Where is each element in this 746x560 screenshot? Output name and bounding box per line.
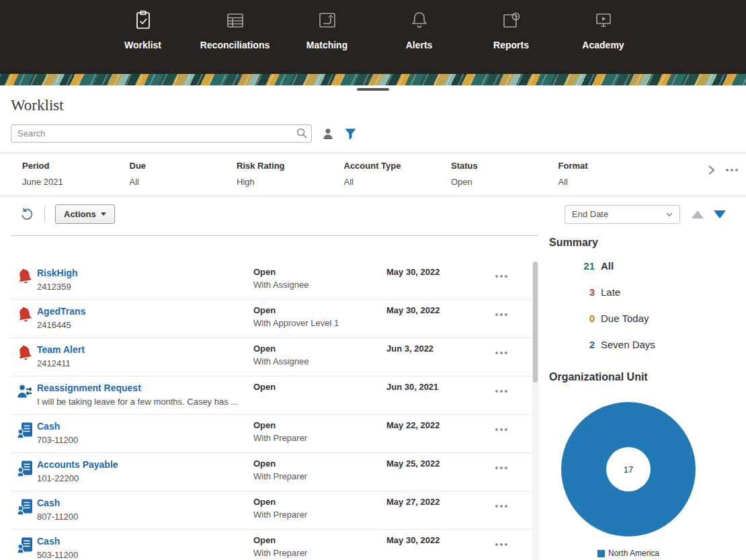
- filter-value: June 2021: [22, 177, 130, 187]
- row-title-link[interactable]: RiskHigh: [37, 268, 78, 278]
- sort-field-select[interactable]: End Date: [565, 205, 680, 224]
- actions-button[interactable]: Actions: [55, 204, 115, 224]
- matching-icon: [317, 9, 338, 31]
- search-icon[interactable]: [296, 127, 308, 139]
- row-end-date: May 22, 2022: [386, 420, 489, 430]
- summary-label: Seven Days: [601, 339, 655, 350]
- legend-label: North America: [608, 549, 659, 558]
- row-end-date: May 25, 2022: [386, 458, 489, 469]
- worklist-row[interactable]: Accounts Payable 101-22200 Open With Pre…: [11, 453, 538, 491]
- row-title-link[interactable]: Cash: [37, 497, 60, 508]
- row-subtitle: 101-22200: [37, 473, 245, 483]
- row-status: Open: [253, 535, 386, 545]
- row-end-date: May 27, 2022: [386, 497, 489, 507]
- scrollbar-thumb[interactable]: [533, 262, 538, 383]
- filter-status[interactable]: Status Open: [451, 161, 558, 187]
- filter-value: All: [130, 177, 237, 187]
- row-end-date: May 30, 2022: [386, 267, 489, 277]
- row-subtitle: 807-11200: [37, 512, 245, 522]
- summary-label: All: [601, 260, 614, 272]
- filter-label: Format: [558, 161, 666, 171]
- filter-risk-rating[interactable]: Risk Rating High: [237, 161, 344, 187]
- nav-item-academy[interactable]: Academy: [557, 0, 649, 50]
- worklist-row[interactable]: Reassignment Request I will be taking le…: [11, 376, 538, 415]
- worklist-row[interactable]: Cash 807-11200 Open With Preparer May 27…: [11, 491, 538, 530]
- row-title-link[interactable]: Team Alert: [37, 344, 85, 355]
- summary-item-due-today[interactable]: 0 Due Today: [549, 313, 735, 339]
- row-status: Open: [253, 382, 386, 392]
- row-title-link[interactable]: Cash: [37, 536, 60, 547]
- filter-format[interactable]: Format All: [558, 161, 666, 187]
- filter-value: High: [237, 177, 344, 187]
- row-end-date: May 30, 2022: [386, 535, 489, 545]
- page-title: Worklist: [11, 97, 735, 114]
- academy-icon: [593, 9, 614, 31]
- filter-label: Period: [22, 161, 130, 171]
- filter-value: Open: [451, 177, 558, 187]
- caret-down-icon: [101, 212, 106, 216]
- summary-count: 2: [549, 339, 595, 350]
- filter-due[interactable]: Due All: [130, 161, 237, 187]
- row-type-icon: [17, 422, 33, 439]
- summary-count: 0: [549, 313, 595, 324]
- row-type-icon: [17, 536, 33, 554]
- summary-panel: Summary 21 All 3 Late 0 Due Today 2 Seve…: [549, 235, 735, 560]
- list-scrollbar[interactable]: [532, 262, 538, 560]
- row-title-link[interactable]: Cash: [37, 421, 60, 432]
- row-type-icon: [17, 345, 33, 362]
- alerts-icon: [409, 9, 430, 31]
- filter-icon[interactable]: [344, 128, 357, 140]
- row-substatus: With Assignee: [253, 280, 386, 290]
- org-unit-title: Organizational Unit: [549, 371, 735, 383]
- row-end-date: May 30, 2022: [386, 305, 489, 315]
- sort-descending-button[interactable]: [714, 210, 726, 218]
- my-worklist-user-icon[interactable]: [322, 128, 334, 140]
- worklist-row[interactable]: Team Alert 2412411 Open With Assignee Ju…: [11, 338, 538, 376]
- donut-chart[interactable]: 17: [561, 402, 696, 536]
- summary-item-seven-days[interactable]: 2 Seven Days: [549, 339, 735, 365]
- row-title-link[interactable]: Accounts Payable: [37, 459, 118, 470]
- search-input[interactable]: [11, 124, 312, 143]
- row-type-icon: [17, 268, 33, 286]
- sort-ascending-button[interactable]: [692, 210, 704, 218]
- org-unit-chart[interactable]: 17 North America: [561, 402, 696, 558]
- worklist-row[interactable]: AgedTrans 2416445 Open With Approver Lev…: [11, 300, 538, 338]
- filter-period[interactable]: Period June 2021: [22, 161, 130, 187]
- summary-list: 21 All 3 Late 0 Due Today 2 Seven Days: [549, 260, 735, 365]
- nav-item-worklist[interactable]: Worklist: [97, 0, 189, 50]
- alert-bell-icon: [15, 267, 34, 287]
- row-title-link[interactable]: AgedTrans: [37, 306, 85, 317]
- nav-item-matching[interactable]: Matching: [281, 0, 373, 50]
- row-substatus: With Assignee: [253, 356, 386, 366]
- more-filters-icon[interactable]: [726, 169, 738, 171]
- row-title-link[interactable]: Reassignment Request: [37, 383, 141, 393]
- reconciliation-icon: [17, 460, 33, 477]
- worklist-row[interactable]: Cash 503-11200 Open With Preparer May 30…: [11, 530, 538, 560]
- nav-item-reports[interactable]: Reports: [465, 0, 557, 50]
- row-substatus: With Preparer: [253, 433, 386, 443]
- row-end-date: Jun 30, 2021: [386, 382, 489, 392]
- filter-bar: Period June 2021 Due All Risk Rating Hig…: [0, 153, 746, 196]
- reconciliation-icon: [17, 536, 33, 554]
- worklist-row[interactable]: RiskHigh 2412359 Open With Assignee May …: [11, 262, 538, 300]
- row-status: Open: [253, 344, 386, 354]
- list-toolbar: Actions End Date: [11, 204, 735, 224]
- row-type-icon: [17, 498, 33, 516]
- row-type-icon: [17, 460, 33, 477]
- alert-bell-icon: [15, 344, 34, 364]
- banner-collapse-handle[interactable]: [357, 88, 389, 91]
- nav-label: Alerts: [406, 40, 433, 50]
- nav-label: Reconciliations: [200, 40, 270, 50]
- summary-label: Due Today: [601, 313, 649, 324]
- worklist-row[interactable]: Cash 703-11200 Open With Preparer May 22…: [11, 415, 538, 453]
- summary-item-all[interactable]: 21 All: [549, 260, 735, 286]
- summary-item-late[interactable]: 3 Late: [549, 286, 735, 313]
- worklist-panel: RiskHigh 2412359 Open With Assignee May …: [11, 235, 538, 560]
- filter-account-type[interactable]: Account Type All: [344, 161, 452, 187]
- nav-item-reconciliations[interactable]: Reconciliations: [189, 0, 281, 50]
- refresh-icon[interactable]: [19, 207, 34, 222]
- chevron-right-icon[interactable]: [706, 164, 716, 176]
- summary-count: 21: [549, 260, 595, 272]
- toolbar-divider: [44, 206, 45, 223]
- nav-item-alerts[interactable]: Alerts: [373, 0, 465, 50]
